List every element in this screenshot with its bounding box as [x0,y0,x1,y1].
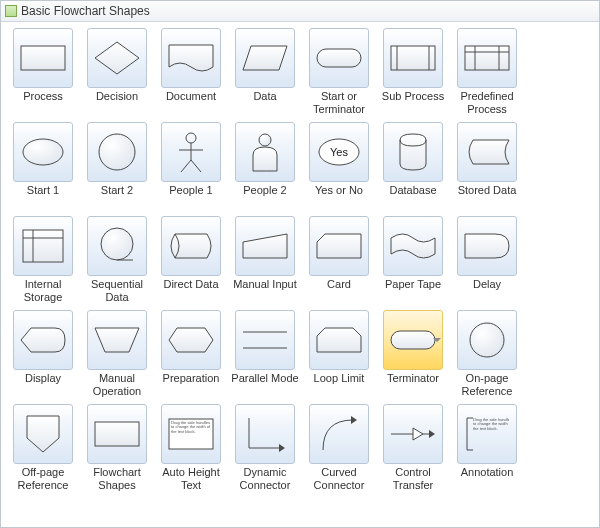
svg-point-18 [259,134,271,146]
shape-document[interactable] [161,28,221,88]
svg-point-13 [186,133,196,143]
shape-start_or_terminator[interactable] [309,28,369,88]
shape-label: Terminator [377,372,449,398]
database-icon [396,132,430,172]
shape-preparation[interactable] [161,310,221,370]
shape-cell: Control Transfer [377,404,449,492]
svg-rect-21 [23,230,63,262]
shape-cell: Delay [451,216,523,304]
direct_data-icon [167,230,215,262]
shape-curved_connector[interactable] [309,404,369,464]
shape-cell: People 1 [155,122,227,210]
shape-label: Sequential Data [81,278,153,304]
shape-manual_operation[interactable] [87,310,147,370]
shape-label: Stored Data [451,184,523,210]
shape-label: Auto Height Text [155,466,227,492]
shape-control_transfer[interactable] [383,404,443,464]
shape-label: Curved Connector [303,466,375,492]
shape-predefined_process[interactable] [457,28,517,88]
display-icon [19,324,67,356]
shape-label: Flowchart Shapes [81,466,153,492]
shape-flowchart_shapes[interactable] [87,404,147,464]
shape-label: Display [7,372,79,398]
process-icon [19,42,67,74]
curved_connector-icon [317,414,361,454]
shape-paper_tape[interactable] [383,216,443,276]
panel-icon [5,5,17,17]
shape-label: Decision [81,90,153,116]
shape-parallel_mode[interactable] [235,310,295,370]
shape-data[interactable] [235,28,295,88]
shape-people1[interactable] [161,122,221,182]
shape-label: Off-page Reference [7,466,79,492]
shape-decision[interactable] [87,28,147,88]
shape-sub_process[interactable] [383,28,443,88]
shape-display[interactable] [13,310,73,370]
svg-marker-44 [429,430,435,438]
panel-header: Basic Flowchart Shapes [1,1,599,22]
shape-manual_input[interactable] [235,216,295,276]
auto_height_text-icon: Drag the side handles to change the widt… [167,417,215,451]
shape-label: Card [303,278,375,304]
shape-label: Yes or No [303,184,375,210]
shape-on_page_reference[interactable] [457,310,517,370]
dynamic_connector-icon [243,414,287,454]
shape-cell: Display [7,310,79,398]
shape-stored_data[interactable] [457,122,517,182]
people2-icon [247,131,283,173]
paper_tape-icon [389,230,437,262]
shape-label: Dynamic Connector [229,466,301,492]
data-icon [241,42,289,74]
shape-database[interactable] [383,122,443,182]
svg-marker-27 [317,234,361,258]
document-icon [167,41,215,75]
shape-auto_height_text[interactable]: Drag the side handles to change the widt… [161,404,221,464]
shape-cell: Sub Process [377,28,449,116]
svg-point-24 [101,228,133,260]
shape-off_page_reference[interactable] [13,404,73,464]
svg-marker-29 [169,328,213,352]
svg-rect-33 [391,331,435,349]
shape-card[interactable] [309,216,369,276]
shape-internal_storage[interactable] [13,216,73,276]
shape-delay[interactable] [457,216,517,276]
shape-process[interactable] [13,28,73,88]
start2-icon [97,132,137,172]
shape-cell: Preparation [155,310,227,398]
shape-people2[interactable] [235,122,295,182]
off_page_reference-icon [23,414,63,454]
shape-cell: Dynamic Connector [229,404,301,492]
shape-cell: Drag the side handles to change the widt… [155,404,227,492]
shape-terminator[interactable] [383,310,443,370]
manual_operation-icon [93,324,141,356]
shape-cell: Paper Tape [377,216,449,304]
start_or_terminator-icon [315,43,363,73]
shape-cell: Card [303,216,375,304]
shape-start2[interactable] [87,122,147,182]
shape-cell: Terminator [377,310,449,398]
shape-label: Manual Operation [81,372,153,398]
svg-marker-35 [27,416,59,452]
shape-cell: YesYes or No [303,122,375,210]
shape-dynamic_connector[interactable] [235,404,295,464]
shape-cell: Decision [81,28,153,116]
svg-marker-1 [95,42,139,74]
shape-start1[interactable] [13,122,73,182]
shape-cell: Parallel Mode [229,310,301,398]
svg-marker-28 [95,328,139,352]
svg-point-11 [23,139,63,165]
svg-rect-3 [317,49,361,67]
svg-marker-2 [243,46,287,70]
shape-cell: Drag the side handles to change the widt… [451,404,523,492]
shape-label: Internal Storage [7,278,79,304]
shape-sequential_data[interactable] [87,216,147,276]
shape-cell: Start or Terminator [303,28,375,116]
shape-loop_limit[interactable] [309,310,369,370]
shape-yes_or_no[interactable]: Yes [309,122,369,182]
shape-direct_data[interactable] [161,216,221,276]
shape-panel: Basic Flowchart Shapes ProcessDecisionDo… [0,0,600,528]
shape-label: Delay [451,278,523,304]
shape-grid: ProcessDecisionDocumentDataStart or Term… [1,22,599,498]
svg-text:Yes: Yes [330,146,348,158]
shape-annotation[interactable]: Drag the side handles to change the widt… [457,404,517,464]
